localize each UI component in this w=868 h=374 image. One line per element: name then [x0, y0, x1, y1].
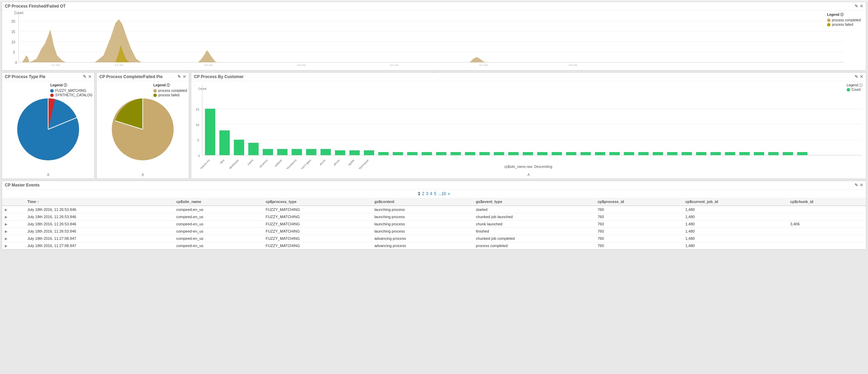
count-dot — [847, 88, 850, 92]
svg-rect-25 — [508, 152, 519, 155]
table-head: Time ↑ cp$site_name cp$process_type gs$c… — [2, 198, 866, 206]
svg-text:labs: labs — [219, 159, 225, 164]
page-3[interactable]: 3 — [426, 191, 428, 196]
bar-title: CP Process By Customer — [194, 74, 855, 79]
edit-icon[interactable]: ✎ — [855, 4, 858, 9]
expand-icon-2[interactable]: ▶ — [5, 215, 8, 219]
svg-text:abetterper: abetterper — [228, 159, 239, 169]
pie1-edit-icon[interactable]: ✎ — [83, 74, 86, 79]
table-row: ▶ July 18th 2016, 11:26:53.846 compeed-e… — [2, 228, 866, 235]
svg-rect-33 — [624, 152, 634, 155]
col-site[interactable]: cp$site_name — [173, 198, 263, 206]
svg-rect-19 — [422, 152, 432, 155]
bar-icons: ✎ ✕ — [855, 74, 863, 79]
bar-legend: Legend ⓘ Count — [847, 83, 862, 92]
svg-rect-21 — [451, 152, 461, 155]
svg-rect-34 — [638, 152, 649, 155]
pie1-close-icon[interactable]: ✕ — [88, 74, 91, 79]
pie1-legend: Legend ⓘ FUZZY_MATCHING SYNTHETIC_CATALO… — [50, 83, 93, 98]
site-1: compeed-en_us — [173, 206, 263, 213]
col-context[interactable]: gs$context — [372, 198, 473, 206]
bar-tabletsolutions — [292, 149, 302, 155]
x-tick-1300: 13:00 — [51, 64, 59, 66]
svg-rect-31 — [595, 152, 605, 155]
y-label-0: 0 — [15, 61, 17, 65]
expand-icon-1[interactable]: ▶ — [5, 208, 8, 212]
count-label: Count — [851, 88, 861, 92]
failed-dot — [827, 23, 831, 26]
table-edit-icon[interactable]: ✎ — [855, 183, 858, 188]
expand-icon-3[interactable]: ▶ — [5, 222, 8, 226]
bar-panel: CP Process By Customer ✎ ✕ Legend ⓘ Coun… — [191, 72, 866, 179]
page-2[interactable]: 2 — [422, 191, 424, 196]
svg-text:3ds-pod-h-apps: 3ds-pod-h-apps — [296, 159, 312, 169]
svg-text:duramus: duramus — [259, 159, 268, 168]
page-1[interactable]: 1 — [418, 191, 420, 196]
pie2-title: CP Process Complete/Failed Pie — [99, 74, 177, 79]
top-panel-icons: ✎ ✕ — [855, 4, 863, 9]
svg-text:aficion: aficion — [333, 159, 341, 167]
page-dots[interactable]: ...10 — [438, 191, 446, 196]
ptype-2: FUZZY_MATCHING — [263, 213, 371, 221]
bar-collapse[interactable]: ∧ — [191, 171, 866, 178]
col-process-type[interactable]: cp$process_type — [263, 198, 371, 206]
pie2-edit-icon[interactable]: ✎ — [177, 74, 181, 79]
pie2-collapse[interactable]: ∧ — [97, 171, 189, 178]
pie1-collapse[interactable]: ∧ — [2, 171, 94, 178]
pie-panel-2: CP Process Complete/Failed Pie ✎ ✕ Legen… — [96, 72, 189, 179]
pie2-close-icon[interactable]: ✕ — [183, 74, 186, 79]
expand-icon-4[interactable]: ▶ — [5, 229, 8, 233]
svg-rect-20 — [436, 152, 446, 155]
expand-icon-5[interactable]: ▶ — [5, 237, 8, 241]
pid-2: 760 — [595, 213, 683, 221]
legend-synthetic: SYNTHETIC_CATALOG — [50, 93, 93, 97]
pie1-icons: ✎ ✕ — [83, 74, 91, 79]
ctx-2: launching process — [372, 213, 473, 221]
cid-3: 3,406 — [788, 221, 866, 228]
svg-rect-17 — [393, 152, 403, 155]
bar-labs — [219, 130, 230, 155]
col-process-id[interactable]: cp$process_id — [595, 198, 683, 206]
col-job-id[interactable]: cp$current_job_id — [683, 198, 788, 206]
top-panel-content: Legend ⓘ process completed process faile… — [2, 11, 866, 69]
table-panel: CP Master Events ✎ ✕ 1 2 3 4 5 ...10 » — [2, 181, 866, 250]
legend-completed2: process completed — [153, 89, 187, 93]
ptype-1: FUZZY_MATCHING — [263, 206, 371, 213]
ctx-1: launching process — [372, 206, 473, 213]
col-time[interactable]: Time ↑ — [25, 198, 174, 206]
legend-item-failed: process failed — [827, 23, 861, 26]
page-5[interactable]: 5 — [434, 191, 436, 196]
col-chunk-id[interactable]: cp$chunk_id — [788, 198, 866, 206]
completed2-label: process completed — [158, 89, 187, 93]
table-row: ▶ July 18th 2016, 11:26:53.846 compeed-e… — [2, 213, 866, 221]
time-6: July 18th 2016, 11:27:08.847 — [25, 242, 174, 249]
close-icon[interactable]: ✕ — [860, 4, 863, 9]
top-panel-title: CP Process Finished/Failed OT — [5, 4, 855, 9]
time-2: July 18th 2016, 11:26:53.846 — [25, 213, 174, 221]
bar-content: Legend ⓘ Count 0 5 10 15 Count — [191, 81, 866, 171]
svg-rect-42 — [754, 152, 764, 155]
table-row: ▶ July 18th 2016, 11:26:53.846 compeed-e… — [2, 206, 866, 213]
svg-rect-24 — [494, 152, 504, 155]
page-next[interactable]: » — [448, 191, 450, 196]
bar-x-label: cp$site_name.raw: Descending — [504, 165, 552, 169]
bar-close-icon[interactable]: ✕ — [860, 74, 863, 79]
table-title: CP Master Events — [5, 183, 855, 188]
expand-icon-6[interactable]: ▶ — [5, 244, 8, 248]
col-event-type[interactable]: gs$event_type — [473, 198, 595, 206]
legend-failed2: process failed — [153, 93, 187, 97]
page-4[interactable]: 4 — [430, 191, 432, 196]
bar-chart: 0 5 10 15 Count — [191, 81, 865, 169]
svg-rect-32 — [609, 152, 620, 155]
table-body: ▶ July 18th 2016, 11:26:53.846 compeed-e… — [2, 206, 866, 249]
svg-rect-23 — [479, 152, 490, 155]
svg-text:cathash: cathash — [274, 159, 283, 168]
cid-6 — [788, 242, 866, 249]
table-row: ▶ July 18th 2016, 11:26:53.846 compeed-e… — [2, 221, 866, 228]
bar-edit-icon[interactable]: ✎ — [855, 74, 858, 79]
top-panel-legend: Legend ⓘ process completed process faile… — [827, 12, 861, 27]
time-5: July 18th 2016, 11:27:08.847 — [25, 235, 174, 242]
bar-legend-title: Legend ⓘ — [847, 83, 862, 88]
bar-legend-count: Count — [847, 88, 862, 92]
table-close-icon[interactable]: ✕ — [860, 183, 863, 188]
